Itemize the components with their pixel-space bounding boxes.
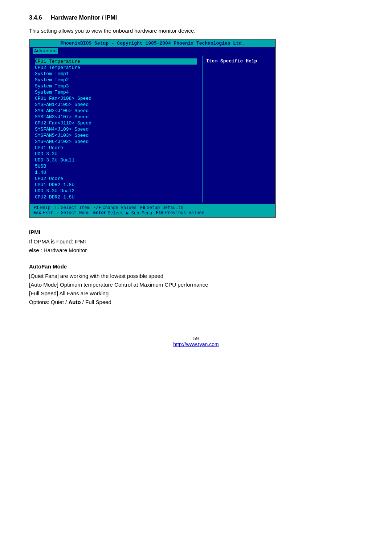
- bios-footer-item: ↑↓Select Item: [54, 205, 90, 210]
- bios-key: -/+: [93, 205, 101, 210]
- bios-footer-item: F1Help: [33, 205, 50, 210]
- page-footer: 59 http://www.tyan.com: [29, 336, 363, 347]
- bios-key-desc: Select ▶ Sub-Menu: [108, 210, 152, 216]
- bios-item-label: 5USB: [35, 164, 107, 169]
- bios-item-label: SYSFAN2<J106> Speed: [35, 108, 107, 114]
- bios-item[interactable]: 5USB: [35, 163, 197, 169]
- bios-key: F1: [33, 205, 38, 210]
- bios-key: Esc: [33, 210, 41, 216]
- bios-key-desc: Select Menu: [61, 210, 90, 216]
- ipmi-body: If OPMA is Found: IPMIelse : Hardware Mo…: [29, 237, 363, 255]
- autofan-line: [Auto Mode] Optimum temperature Control …: [29, 280, 363, 289]
- autofan-options: Options: Quiet / Auto / Full Speed: [29, 298, 363, 307]
- bios-item[interactable]: CPU1 Fan<J108> Speed: [35, 95, 197, 102]
- ipmi-line: If OPMA is Found: IPMI: [29, 237, 363, 246]
- bios-item-label: UDD 3.3U Dual1: [35, 157, 107, 163]
- bios-body: CPU1 TemperatureCPU2 TemperatureSystem T…: [30, 55, 275, 204]
- bios-item-label: System Temp3: [35, 83, 107, 89]
- bios-item-label: CPU1 Fan<J108> Speed: [35, 96, 107, 101]
- autofan-bold-option: Auto: [68, 299, 81, 305]
- bios-item[interactable]: SYSFAN4<J109> Speed: [35, 126, 197, 132]
- bios-key-desc: Help: [40, 205, 50, 210]
- bios-item[interactable]: CPU2 Ucore: [35, 176, 197, 182]
- bios-footer-item: ↔Select Menu: [57, 210, 89, 216]
- bios-help-title: Item Specific Help: [206, 58, 271, 64]
- bios-item-label: SYSFAN6<J102> Speed: [35, 139, 107, 144]
- bios-item[interactable]: CPU1 Ucore: [35, 145, 197, 151]
- ipmi-section: IPMI If OPMA is Found: IPMIelse : Hardwa…: [29, 229, 363, 255]
- bios-footer-item: EnterSelect ▶ Sub-Menu: [93, 210, 152, 216]
- section-number: 3.4.6: [29, 15, 42, 21]
- autofan-line: [Quiet Fans] are working with the lowest…: [29, 272, 363, 280]
- bios-item-label: SYSFAN4<J109> Speed: [35, 127, 107, 132]
- bios-key-desc: Exit: [43, 210, 53, 216]
- bios-item[interactable]: CPU1 Temperature: [35, 58, 197, 65]
- bios-item-label: CPU2 Ucore: [35, 176, 107, 181]
- bios-item-label: System Temp2: [35, 77, 107, 83]
- bios-key: F10: [156, 210, 164, 216]
- bios-item-label: System Temp1: [35, 71, 107, 77]
- bios-item[interactable]: UDD 3.3U: [35, 151, 197, 157]
- bios-key: ↑↓: [54, 205, 59, 210]
- bios-header: PhoenixBIOS Setup - Copyright 1985-2004 …: [30, 40, 275, 47]
- bios-footer-item: F10Previous Values: [156, 210, 204, 216]
- bios-item-label: SYSFAN5<J103> Speed: [35, 133, 107, 138]
- bios-footer-row: F1Help↑↓Select Item-/+Change ValuesF9Set…: [33, 205, 271, 210]
- bios-item[interactable]: UDD 3.3U Dual2: [35, 188, 197, 194]
- bios-right-panel: Item Specific Help: [203, 56, 275, 202]
- bios-item[interactable]: SYSFAN1<J105> Speed: [35, 102, 197, 108]
- bios-footer-item: EscExit: [33, 210, 53, 216]
- autofan-line: [Full Speed] All Fans are working: [29, 289, 363, 298]
- bios-key-desc: Previous Values: [165, 210, 204, 216]
- bios-tab-row: Advanced: [30, 47, 275, 55]
- bios-left-panel: CPU1 TemperatureCPU2 TemperatureSystem T…: [30, 56, 203, 202]
- bios-item[interactable]: CPU2 Fan<J110> Speed: [35, 120, 197, 126]
- bios-item[interactable]: SYSFAN5<J103> Speed: [35, 132, 197, 139]
- bios-item[interactable]: SYSFAN2<J106> Speed: [35, 108, 197, 114]
- bios-item[interactable]: System Temp3: [35, 83, 197, 89]
- bios-key-desc: Setup Defaults: [147, 205, 183, 210]
- bios-item[interactable]: System Temp4: [35, 89, 197, 95]
- section-header: 3.4.6 Hardware Monitor / IPMI: [29, 15, 363, 21]
- bios-item-label: 1.4U: [35, 170, 107, 175]
- footer-url[interactable]: http://www.tyan.com: [173, 341, 219, 347]
- bios-item-label: CPU2 Fan<J110> Speed: [35, 120, 107, 126]
- bios-item[interactable]: CPU2 DDR2 1.8U: [35, 194, 197, 200]
- bios-key-desc: Select Item: [61, 205, 90, 210]
- bios-item-label: CPU2 Temperature: [35, 65, 107, 70]
- bios-item-label: CPU1 DDR2 1.8U: [35, 182, 107, 188]
- autofan-body: [Quiet Fans] are working with the lowest…: [29, 272, 363, 307]
- bios-key: ↔: [57, 210, 59, 216]
- bios-item-label: UDD 3.3U: [35, 151, 107, 157]
- ipmi-line: else : Hardware Monitor: [29, 246, 363, 255]
- ipmi-title: IPMI: [29, 229, 363, 235]
- bios-item-label: UDD 3.3U Dual2: [35, 188, 107, 194]
- bios-item-label: System Temp4: [35, 90, 107, 95]
- bios-tab-advanced[interactable]: Advanced: [33, 48, 58, 54]
- bios-item[interactable]: SYSFAN6<J102> Speed: [35, 139, 197, 145]
- bios-footer-item: -/+Change Values: [93, 205, 136, 210]
- bios-item-label: CPU2 DDR2 1.8U: [35, 194, 107, 200]
- bios-key: F9: [140, 205, 145, 210]
- bios-item[interactable]: CPU2 Temperature: [35, 65, 197, 71]
- bios-item-label: CPU1 Ucore: [35, 145, 107, 151]
- bios-key-desc: Change Values: [102, 205, 136, 210]
- bios-footer: F1Help↑↓Select Item-/+Change ValuesF9Set…: [30, 204, 275, 217]
- section-description: This setting allows you to view the onbo…: [29, 28, 363, 34]
- bios-item-label: SYSFAN1<J105> Speed: [35, 102, 107, 107]
- bios-item[interactable]: System Temp2: [35, 77, 197, 83]
- bios-screen: PhoenixBIOS Setup - Copyright 1985-2004 …: [29, 39, 276, 218]
- section-title: Hardware Monitor / IPMI: [51, 15, 117, 21]
- bios-key: Enter: [93, 210, 106, 216]
- autofan-section: AutoFan Mode [Quiet Fans] are working wi…: [29, 263, 363, 307]
- bios-item-label: SYSFAN3<J107> Speed: [35, 114, 107, 120]
- bios-item[interactable]: 1.4U: [35, 169, 197, 176]
- bios-item[interactable]: UDD 3.3U Dual1: [35, 157, 197, 163]
- bios-item-label: CPU1 Temperature: [35, 59, 107, 64]
- bios-footer-row: EscExit↔Select MenuEnterSelect ▶ Sub-Men…: [33, 210, 271, 216]
- bios-item[interactable]: System Temp1: [35, 71, 197, 77]
- bios-item[interactable]: CPU1 DDR2 1.8U: [35, 182, 197, 188]
- bios-item[interactable]: SYSFAN3<J107> Speed: [35, 114, 197, 120]
- bios-footer-item: F9Setup Defaults: [140, 205, 183, 210]
- page-number: 59: [29, 336, 363, 341]
